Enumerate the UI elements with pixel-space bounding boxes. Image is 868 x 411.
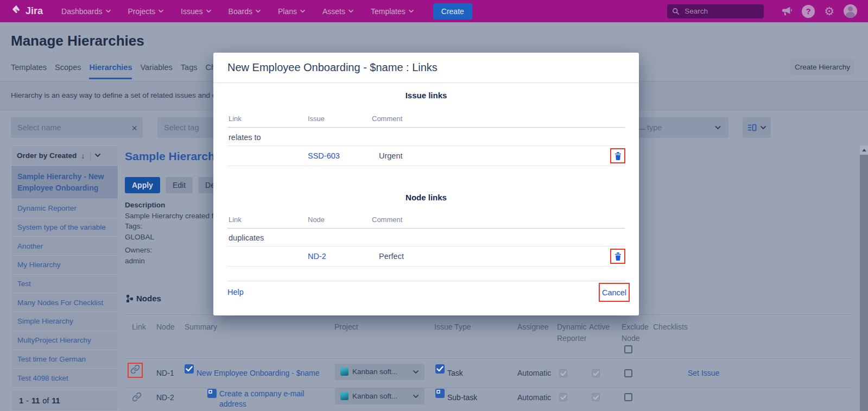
dynamic-reporter-checkbox [559,393,567,401]
tab-hierarchies[interactable]: Hierarchies [89,63,132,79]
order-by-header[interactable]: Order by Created ↓ [11,146,118,166]
links-modal: New Employee Onboarding - $name : Links … [213,53,639,315]
main-menu: DashboardsProjectsIssuesBoardsPlansAsset… [61,7,414,16]
node-link-icon[interactable] [132,392,142,404]
node-comment: Perfect [379,252,404,261]
navbar-right: ? ⚙ [667,0,868,22]
node-id: ND-1 [156,369,174,377]
row-divider [125,388,852,388]
sidebar-item-test[interactable]: Test [11,275,118,294]
col-link: Link [132,321,146,333]
delete-node-link-icon[interactable] [614,252,622,261]
select-name-input[interactable] [11,123,143,132]
sidebar-item-many-nodes-for-checklist[interactable]: Many Nodes For Checklist [11,293,118,312]
nav-item-templates[interactable]: Templates [371,7,414,16]
select-name-filter[interactable]: × [11,117,143,138]
sidebar-item-dynamic-reporter[interactable]: Dynamic Reporter [11,199,118,218]
apply-button[interactable]: Apply [125,177,160,193]
exclude-node-checkbox[interactable] [624,393,632,401]
link-annotation-box [128,363,143,378]
modal-row-divider [227,246,625,246]
issue-type-value: Sub-task [447,393,477,402]
nav-item-boards[interactable]: Boards [229,7,261,16]
assignee-value: Automatic [517,369,551,377]
user-avatar[interactable] [844,4,857,18]
jira-logo[interactable]: Jira [11,4,43,18]
jira-logo-text: Jira [26,5,43,17]
page-start: 1 [19,396,23,405]
modal-table-divider [227,127,625,128]
modal-col-comment: Comment [372,216,402,224]
tab-variables[interactable]: Variables [140,63,172,79]
project-select-value: Kanban soft... [352,392,397,400]
project-select[interactable]: Kanban soft... [335,388,425,404]
task-icon [185,364,194,374]
nav-item-issues[interactable]: Issues [181,7,211,16]
col-issue-type: Issue Type [434,321,471,333]
nav-item-dashboards[interactable]: Dashboards [61,7,111,16]
modal-table-divider [227,228,625,229]
scrollbar-thumb[interactable] [860,155,868,411]
modal-col-comment: Comment [372,115,402,123]
sidebar-item-system-type-of-the-variable[interactable]: System type of the variable [11,218,118,237]
modal-col-node: Node [308,216,325,224]
modal-title: New Employee Onboarding - $name : Links [227,61,438,74]
cancel-link[interactable]: Cancel [602,288,626,297]
task-icon [435,364,445,374]
edit-button[interactable]: Edit [166,177,193,193]
issue-key-link[interactable]: SSD-603 [308,151,340,160]
exclude-node-checkbox[interactable] [624,369,632,377]
tab-scopes[interactable]: Scopes [55,63,81,79]
modal-header-divider [213,83,639,83]
sidebar-item-test-time-for-german[interactable]: Test time for German [11,350,118,369]
node-key-link[interactable]: ND-2 [308,252,326,261]
modal-col-link: Link [229,115,242,123]
modal-row-divider [227,146,625,146]
set-issue-link[interactable]: Set Issue [688,369,719,377]
view-options-button[interactable] [743,117,771,138]
project-select[interactable]: Kanban soft... [335,364,425,380]
modal-col-issue: Issue [308,115,325,123]
page-end: 11 [31,396,40,405]
settings-gear-icon[interactable]: ⚙ [824,5,834,18]
global-search[interactable] [667,4,764,18]
node-link-icon[interactable] [130,364,140,376]
node-summary-link[interactable]: New Employee Onboarding - $name [197,369,319,377]
dynamic-reporter-checkbox [559,369,567,377]
nav-item-plans[interactable]: Plans [278,7,305,16]
assignee-value: Automatic [517,393,551,402]
order-by-label: Order by Created [17,151,77,160]
sidebar-item-multyproject-hierarchy[interactable]: MultyProject Hierarchy [11,331,118,350]
search-input[interactable] [683,7,759,16]
create-button[interactable]: Create [433,3,472,20]
sidebar-item-simple-hierarchy[interactable]: Simple Hierarchy [11,312,118,331]
node-summary-link[interactable]: Create a company e-mail address [219,389,306,409]
scrollbar-up-arrow[interactable] [860,146,868,155]
nav-item-projects[interactable]: Projects [128,7,164,16]
nodes-heading: Nodes [126,294,161,303]
sidebar-item-another[interactable]: Another [11,237,118,256]
help-icon[interactable]: ? [802,5,815,18]
delete-issue-link-icon[interactable] [614,152,622,160]
clear-name-icon[interactable]: × [131,123,137,133]
top-navbar: Jira DashboardsProjectsIssuesBoardsPlans… [0,0,868,22]
view-layout-icon [747,124,757,131]
page-total: 11 [52,396,60,405]
project-avatar-icon [340,368,349,376]
help-link[interactable]: Help [227,288,244,296]
announcements-icon[interactable] [781,6,793,17]
modal-row-divider [227,266,625,267]
sort-direction-icon[interactable]: ↓ [81,151,85,160]
order-divider [90,151,91,160]
sidebar-item-my-hierarchy[interactable]: My Hierarchy [11,256,118,275]
modal-col-link: Link [229,216,242,224]
nodes-heading-label: Nodes [136,294,161,303]
sidebar-item-sample-hierarchy-new-employee-onboarding[interactable]: Sample Hierarchy - New Employee Onboardi… [11,166,118,199]
tab-tags[interactable]: Tags [181,63,198,79]
exclude-all-checkbox[interactable] [624,345,632,353]
active-checkbox [592,369,600,377]
sidebar-item-test-4098-ticket[interactable]: Test 4098 ticket [11,369,118,388]
nav-item-assets[interactable]: Assets [322,7,353,16]
tab-templates[interactable]: Templates [11,63,47,79]
create-hierarchy-button[interactable]: Create Hierarchy [790,59,854,75]
